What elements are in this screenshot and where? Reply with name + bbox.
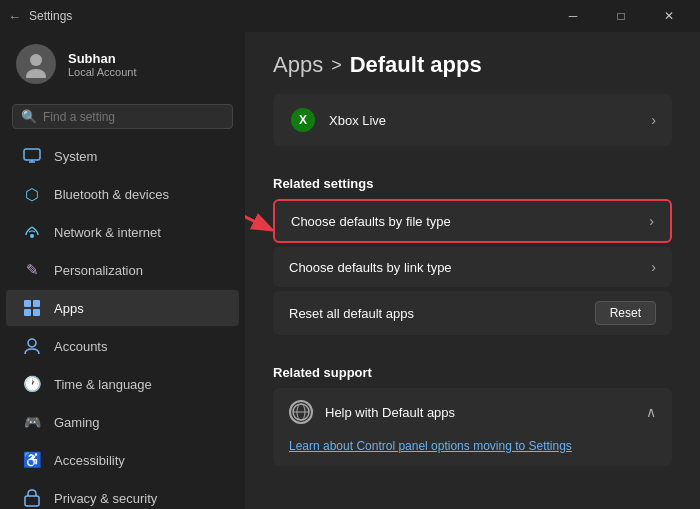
accessibility-label: Accessibility (54, 453, 125, 468)
breadcrumb-parent[interactable]: Apps (273, 52, 323, 78)
nav-bluetooth[interactable]: ⬡ Bluetooth & devices (6, 176, 239, 212)
gaming-label: Gaming (54, 415, 100, 430)
svg-point-5 (30, 234, 34, 238)
nav-time[interactable]: 🕐 Time & language (6, 366, 239, 402)
file-type-item[interactable]: Choose defaults by file type › (273, 199, 672, 243)
svg-rect-2 (24, 149, 40, 160)
search-input[interactable] (43, 110, 224, 124)
maximize-button[interactable]: □ (598, 2, 644, 30)
sidebar: Subhan Local Account 🔍 System ⬡ Bluetoot… (0, 32, 245, 509)
title-bar-controls: ─ □ ✕ (550, 2, 692, 30)
xbox-live-left: X Xbox Live (289, 106, 386, 134)
svg-point-0 (30, 54, 42, 66)
personalization-label: Personalization (54, 263, 143, 278)
accounts-label: Accounts (54, 339, 107, 354)
related-settings-title: Related settings (273, 162, 672, 199)
highlighted-wrapper: Choose defaults by file type › (273, 199, 672, 243)
apps-icon (22, 298, 42, 318)
main-content: Apps > Default apps X Xbox Live › Relate… (245, 32, 700, 509)
svg-point-10 (28, 339, 36, 347)
gaming-icon: 🎮 (22, 412, 42, 432)
system-icon (22, 146, 42, 166)
privacy-icon (22, 488, 42, 508)
svg-rect-9 (33, 309, 40, 316)
file-type-left: Choose defaults by file type (291, 214, 451, 229)
breadcrumb-separator: > (331, 55, 342, 76)
nav-accessibility[interactable]: ♿ Accessibility (6, 442, 239, 478)
globe-icon (289, 400, 313, 424)
svg-rect-8 (24, 309, 31, 316)
minimize-button[interactable]: ─ (550, 2, 596, 30)
search-box[interactable]: 🔍 (12, 104, 233, 129)
help-defaults-label: Help with Default apps (325, 405, 455, 420)
reset-label: Reset all default apps (289, 306, 414, 321)
svg-rect-11 (25, 496, 39, 506)
help-defaults-left: Help with Default apps (289, 400, 455, 424)
network-label: Network & internet (54, 225, 161, 240)
personalization-icon: ✎ (22, 260, 42, 280)
title-bar-left: ← Settings (8, 9, 72, 24)
accounts-icon (22, 336, 42, 356)
svg-rect-7 (33, 300, 40, 307)
related-settings-section: Related settings C (245, 162, 700, 351)
user-name: Subhan (68, 51, 137, 66)
nav-accounts[interactable]: Accounts (6, 328, 239, 364)
time-label: Time & language (54, 377, 152, 392)
link-type-chevron-icon: › (651, 259, 656, 275)
help-defaults-content: Learn about Control panel options moving… (273, 436, 672, 466)
network-icon (22, 222, 42, 242)
learn-link[interactable]: Learn about Control panel options moving… (289, 439, 572, 453)
user-type: Local Account (68, 66, 137, 78)
reset-item: Reset all default apps Reset (273, 291, 672, 335)
close-button[interactable]: ✕ (646, 2, 692, 30)
related-support-title: Related support (273, 351, 672, 388)
back-button[interactable]: ← (8, 9, 21, 24)
time-icon: 🕐 (22, 374, 42, 394)
apps-nav-label: Apps (54, 301, 84, 316)
privacy-label: Privacy & security (54, 491, 157, 506)
nav-personalization[interactable]: ✎ Personalization (6, 252, 239, 288)
nav-network[interactable]: Network & internet (6, 214, 239, 250)
breadcrumb-current: Default apps (350, 52, 482, 78)
link-type-label: Choose defaults by link type (289, 260, 452, 275)
xbox-chevron-icon: › (651, 112, 656, 128)
user-info: Subhan Local Account (68, 51, 137, 78)
bluetooth-label: Bluetooth & devices (54, 187, 169, 202)
nav-system[interactable]: System (6, 138, 239, 174)
xbox-icon: X (289, 106, 317, 134)
avatar (16, 44, 56, 84)
link-type-left: Choose defaults by link type (289, 260, 452, 275)
related-support-section: Related support Help with Default apps (245, 351, 700, 482)
help-defaults-item: Help with Default apps ∧ Learn about Con… (273, 388, 672, 466)
collapse-icon: ∧ (646, 404, 656, 420)
xbox-section: X Xbox Live › (245, 94, 700, 162)
link-type-item[interactable]: Choose defaults by link type › (273, 247, 672, 287)
bluetooth-icon: ⬡ (22, 184, 42, 204)
app-body: Subhan Local Account 🔍 System ⬡ Bluetoot… (0, 32, 700, 509)
nav-gaming[interactable]: 🎮 Gaming (6, 404, 239, 440)
content-header: Apps > Default apps (245, 32, 700, 94)
search-icon: 🔍 (21, 109, 37, 124)
help-defaults-header[interactable]: Help with Default apps ∧ (273, 388, 672, 436)
title-bar-title: Settings (29, 9, 72, 23)
xbox-live-item[interactable]: X Xbox Live › (273, 94, 672, 146)
svg-rect-6 (24, 300, 31, 307)
user-profile[interactable]: Subhan Local Account (0, 32, 245, 96)
file-type-label: Choose defaults by file type (291, 214, 451, 229)
xbox-live-label: Xbox Live (329, 113, 386, 128)
nav-apps[interactable]: Apps (6, 290, 239, 326)
file-type-chevron-icon: › (649, 213, 654, 229)
title-bar: ← Settings ─ □ ✕ (0, 0, 700, 32)
breadcrumb: Apps > Default apps (273, 52, 672, 78)
system-label: System (54, 149, 97, 164)
svg-point-1 (26, 69, 46, 78)
accessibility-icon: ♿ (22, 450, 42, 470)
reset-button[interactable]: Reset (595, 301, 656, 325)
nav-privacy[interactable]: Privacy & security (6, 480, 239, 509)
